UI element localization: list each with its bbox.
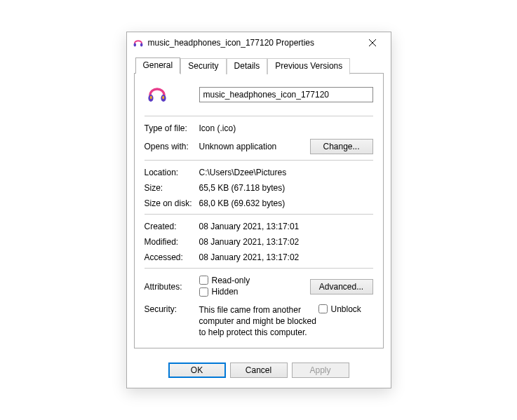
svg-point-6 xyxy=(149,95,152,99)
tab-details[interactable]: Details xyxy=(227,58,268,74)
label-type-of-file: Type of file: xyxy=(145,123,199,133)
value-type-of-file: Icon (.ico) xyxy=(199,123,373,133)
properties-dialog: music_headphones_icon_177120 Properties … xyxy=(126,32,391,389)
change-button[interactable]: Change... xyxy=(310,139,373,154)
security-text: This file came from another computer and… xyxy=(199,304,318,339)
checkbox-readonly[interactable]: Read-only xyxy=(199,276,250,285)
advanced-button[interactable]: Advanced... xyxy=(310,279,373,294)
label-location: Location: xyxy=(145,168,199,177)
value-opens-with: Unknown application xyxy=(199,142,310,151)
filename-input[interactable] xyxy=(199,87,373,102)
label-accessed: Accessed: xyxy=(145,252,199,262)
svg-point-0 xyxy=(133,43,136,46)
checkbox-readonly-input[interactable] xyxy=(199,276,208,285)
value-location: C:\Users\Dzee\Pictures xyxy=(199,168,373,177)
checkbox-hidden-label: Hidden xyxy=(212,287,239,297)
tab-panel-general: Type of file: Icon (.ico) Opens with: Un… xyxy=(134,73,384,349)
label-size: Size: xyxy=(145,183,199,193)
file-icon xyxy=(146,83,168,106)
dialog-footer: OK Cancel Apply xyxy=(127,355,391,388)
label-modified: Modified: xyxy=(145,237,199,247)
checkbox-unblock-label: Unblock xyxy=(331,304,361,314)
checkbox-unblock-input[interactable] xyxy=(318,304,328,313)
value-created: 08 January 2021, 13:17:01 xyxy=(199,222,373,231)
svg-point-1 xyxy=(140,43,142,46)
label-size-on-disk: Size on disk: xyxy=(145,198,199,208)
value-size-on-disk: 68,0 KB (69.632 bytes) xyxy=(199,198,373,208)
headphones-icon xyxy=(133,37,144,48)
tab-general[interactable]: General xyxy=(135,57,181,74)
checkbox-readonly-label: Read-only xyxy=(212,276,250,285)
checkbox-hidden[interactable]: Hidden xyxy=(199,287,239,297)
label-security: Security: xyxy=(145,304,199,314)
cancel-button[interactable]: Cancel xyxy=(230,363,288,378)
svg-point-7 xyxy=(162,95,164,99)
label-created: Created: xyxy=(145,222,199,231)
close-button[interactable] xyxy=(358,34,387,51)
close-icon xyxy=(369,39,376,46)
checkbox-unblock[interactable]: Unblock xyxy=(318,304,361,314)
label-opens-with: Opens with: xyxy=(145,142,199,151)
tab-previous-versions[interactable]: Previous Versions xyxy=(267,58,350,74)
tab-strip: General Security Details Previous Versio… xyxy=(134,57,384,74)
label-attributes: Attributes: xyxy=(145,282,199,292)
titlebar: music_headphones_icon_177120 Properties xyxy=(127,32,391,53)
apply-button[interactable]: Apply xyxy=(292,363,349,378)
value-accessed: 08 January 2021, 13:17:02 xyxy=(199,252,373,262)
checkbox-hidden-input[interactable] xyxy=(199,287,208,297)
tab-security[interactable]: Security xyxy=(180,58,226,74)
window-title: music_headphones_icon_177120 Properties xyxy=(148,38,358,48)
ok-button[interactable]: OK xyxy=(168,363,226,378)
value-size: 65,5 KB (67.118 bytes) xyxy=(199,183,373,193)
value-modified: 08 January 2021, 13:17:02 xyxy=(199,237,373,247)
